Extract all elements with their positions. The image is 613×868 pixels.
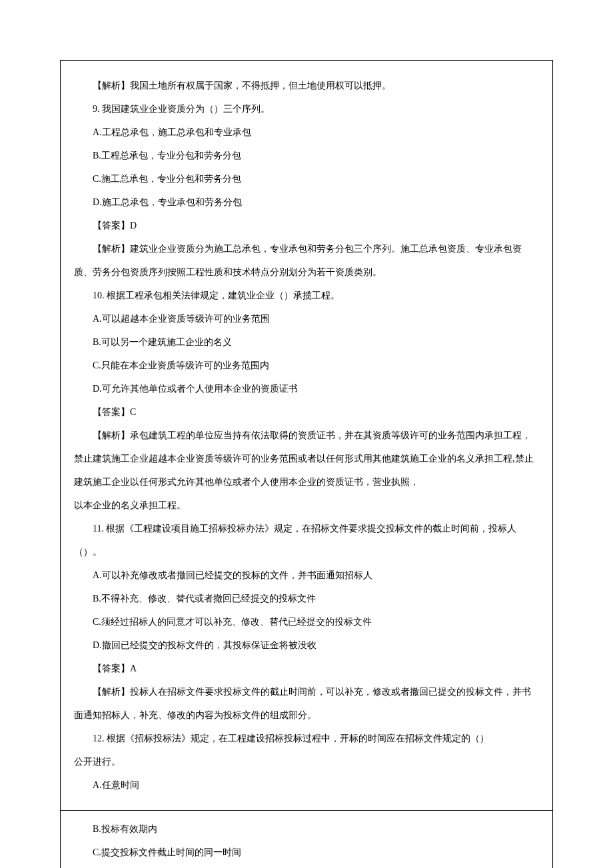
q9-answer: 【答案】D [74, 214, 539, 237]
document-block-1: 【解析】我国土地所有权属于国家，不得抵押，但土地使用权可以抵押。 9. 我国建筑… [60, 60, 553, 811]
q9-option-a: A.工程总承包，施工总承包和专业承包 [74, 121, 539, 144]
q9-option-b: B.工程总承包，专业分包和劳务分包 [74, 144, 539, 167]
analysis-8: 【解析】我国土地所有权属于国家，不得抵押，但土地使用权可以抵押。 [74, 74, 539, 97]
q12-option-c: C.提交投标文件截止时间的同一时间 [74, 841, 539, 864]
q12-option-a: A.任意时间 [74, 773, 539, 797]
q9-stem: 9. 我国建筑业企业资质分为（）三个序列。 [74, 97, 539, 121]
q12-option-d: D.提交投标文件截止时间之后三日内 [74, 864, 539, 868]
q10-option-a: A.可以超越本企业资质等级许可的业务范围 [74, 307, 539, 330]
q10-stem: 10. 根据工程承包相关法律规定，建筑业企业（）承揽工程。 [74, 284, 539, 307]
document-block-2: B.投标有效期内 C.提交投标文件截止时间的同一时间 D.提交投标文件截止时间之… [60, 811, 553, 868]
q9-option-c: C.施工总承包，专业分包和劳务分包 [74, 167, 539, 191]
q10-answer: 【答案】C [74, 400, 539, 424]
q10-option-c: C.只能在本企业资质等级许可的业务范围内 [74, 354, 539, 377]
q10-analysis-p1: 【解析】承包建筑工程的单位应当持有依法取得的资质证书，并在其资质等级许可的业务范… [74, 424, 539, 494]
q12-stem-p2: 公开进行。 [74, 750, 539, 773]
q11-option-a: A.可以补充修改或者撤回已经提交的投标的文件，并书面通知招标人 [74, 564, 539, 587]
q11-stem: 11. 根据《工程建设项目施工招标投标办法》规定，在招标文件要求提交投标文件的截… [74, 517, 539, 564]
q11-answer: 【答案】A [74, 657, 539, 680]
q11-option-d: D.撤回已经提交的投标文件的，其投标保证金将被没收 [74, 634, 539, 657]
q11-analysis: 【解析】投标人在招标文件要求投标文件的截止时间前，可以补充，修改或者撤回已提交的… [74, 680, 539, 727]
q12-option-b: B.投标有效期内 [74, 817, 539, 841]
q10-analysis-p2: 以本企业的名义承担工程。 [74, 494, 539, 517]
q10-option-b: B.可以另一个建筑施工企业的名义 [74, 330, 539, 354]
q12-stem-p1: 12. 根据《招标投标法》规定，在工程建设招标投标过程中，开标的时间应在招标文件… [74, 727, 539, 750]
q11-option-b: B.不得补充、修改、替代或者撤回已经提交的投标文件 [74, 587, 539, 610]
q9-analysis: 【解析】建筑业企业资质分为施工总承包，专业承包和劳务分包三个序列。施工总承包资质… [74, 237, 539, 284]
q10-option-d: D.可允许其他单位或者个人使用本企业的资质证书 [74, 377, 539, 400]
q9-option-d: D.施工总承包，专业承包和劳务分包 [74, 191, 539, 214]
q11-option-c: C.须经过招标人的同意才可以补充、修改、替代已经提交的投标文件 [74, 610, 539, 634]
